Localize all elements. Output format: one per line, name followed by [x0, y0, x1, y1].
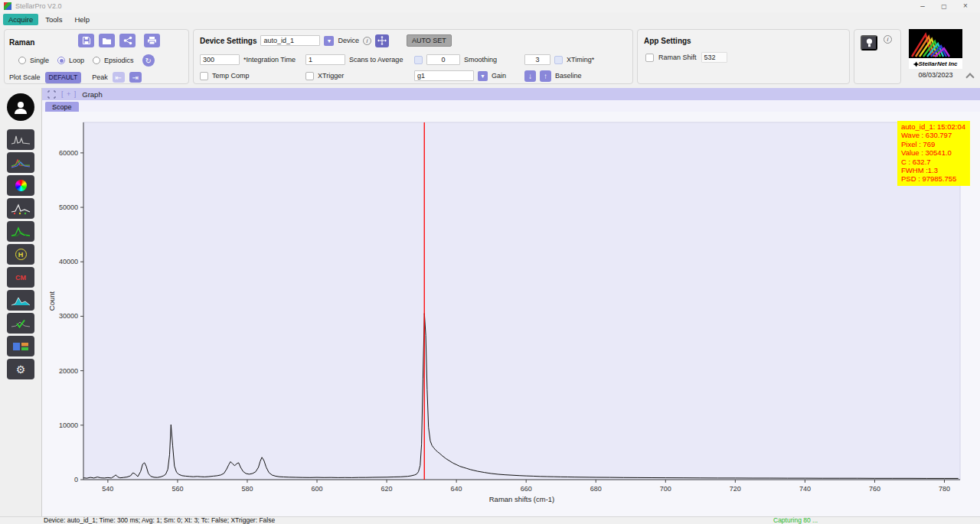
tooltip-line: Wave : 630.797: [901, 131, 965, 139]
device-id-combo[interactable]: auto_id_1: [260, 35, 320, 46]
toolbar-collapse-caret[interactable]: [965, 73, 974, 81]
xtiming-spinner[interactable]: [554, 56, 563, 64]
baseline-up-button[interactable]: [540, 70, 551, 82]
expand-icon[interactable]: [47, 90, 56, 99]
app-settings-title: App Settings: [644, 37, 691, 45]
move-crosshair-icon: [377, 36, 387, 45]
raman-shift-checkbox[interactable]: [645, 54, 654, 62]
calibration-check-button[interactable]: [7, 313, 34, 334]
integration-time-label: *Integration Time: [243, 56, 296, 63]
device-status-text: Device: auto_id_1; Time: 300 ms; Avg: 1;…: [44, 517, 275, 524]
spectrum-chart[interactable]: 5405605806006206406606807007207407607800…: [42, 112, 980, 516]
tooltip-line: C : 632.7: [901, 158, 965, 166]
menu-help[interactable]: Help: [69, 14, 95, 25]
settings-button[interactable]: ⚙: [7, 359, 34, 379]
episodic-capture-icon: [11, 203, 31, 215]
device-center-button[interactable]: [375, 34, 389, 47]
xtiming-label: XTiming*: [567, 56, 594, 63]
device-dropdown-arrow[interactable]: [324, 36, 334, 46]
share-icon: [123, 36, 132, 45]
minimize-button[interactable]: [912, 1, 933, 11]
app-settings-group: App Settings Raman Shift 532: [637, 29, 850, 84]
scans-to-average-input[interactable]: 1: [305, 54, 345, 65]
plot-scale-default-button[interactable]: DEFAULT: [45, 72, 82, 83]
tab-scope[interactable]: Scope: [45, 102, 79, 112]
irradiance-button[interactable]: [7, 221, 34, 242]
xtrigger-checkbox[interactable]: [305, 72, 314, 80]
xtiming-input[interactable]: 3: [524, 54, 550, 65]
spectra-view-button[interactable]: [7, 129, 34, 150]
save-button[interactable]: [78, 34, 94, 47]
radio-loop[interactable]: [57, 57, 65, 64]
svg-text:600: 600: [312, 485, 323, 493]
tooltip-line: FWHM :1.3: [901, 166, 965, 174]
app-icon: [4, 2, 11, 10]
hydrogen-icon: H: [15, 249, 27, 260]
menu-tools[interactable]: Tools: [40, 14, 67, 25]
gain-combo[interactable]: g1: [414, 70, 474, 81]
print-button[interactable]: [144, 34, 160, 47]
graph-header: [ + ] Graph: [42, 88, 980, 100]
gain-label: Gain: [492, 72, 506, 80]
temp-comp-label: Temp Comp: [212, 72, 250, 80]
episodic-capture-button[interactable]: [7, 198, 34, 219]
gain-dropdown-arrow[interactable]: [478, 71, 488, 81]
maximize-button[interactable]: [933, 1, 955, 11]
auto-set-button[interactable]: AUTO SET: [407, 34, 452, 47]
device-settings-group: Device Settings auto_id_1 Device AUTO SE…: [193, 29, 633, 84]
capturing-status-text: Capturing 80 ...: [773, 517, 818, 524]
radio-episodics[interactable]: [93, 57, 100, 64]
menu-acquire[interactable]: Acquire: [3, 14, 38, 25]
color-tools-button[interactable]: [7, 175, 34, 196]
svg-text:640: 640: [451, 485, 462, 493]
device-label: Device: [338, 37, 359, 44]
plot-scale-label: Plot Scale: [9, 73, 41, 81]
radio-single[interactable]: [18, 57, 26, 64]
close-button[interactable]: [955, 1, 976, 11]
title-bar: StellarPro V2.0: [0, 0, 980, 12]
peak-label: Peak: [92, 73, 108, 81]
temp-comp-checkbox[interactable]: [200, 72, 208, 80]
radio-single-label: Single: [30, 57, 49, 64]
radio-loop-label: Loop: [69, 57, 84, 64]
open-file-button[interactable]: [99, 34, 115, 47]
share-button[interactable]: [119, 34, 136, 47]
integration-time-input[interactable]: 300: [200, 54, 240, 65]
cm-units-button[interactable]: CM: [7, 267, 34, 288]
lamp-group: [854, 29, 901, 84]
svg-text:660: 660: [521, 485, 532, 493]
brand-name: StellarNet Inc: [918, 60, 958, 67]
smoothing-spinner[interactable]: [414, 56, 423, 64]
svg-text:760: 760: [869, 485, 880, 493]
device-info-icon[interactable]: [363, 37, 371, 45]
area-graph-button[interactable]: [7, 290, 34, 311]
continuous-loop-button[interactable]: [142, 54, 155, 67]
add-graph-button[interactable]: [ + ]: [61, 90, 77, 98]
raman-shift-value[interactable]: 532: [701, 52, 727, 63]
multi-spectra-button[interactable]: [7, 152, 34, 173]
hydrogen-lamp-button[interactable]: H: [7, 244, 34, 265]
peak-next-button[interactable]: [129, 72, 142, 83]
area-graph-icon: [11, 295, 31, 307]
svg-text:700: 700: [660, 485, 671, 493]
smoothing-label: Smoothing: [464, 56, 497, 63]
graph-panel: [ + ] Graph Scope 5405605806006206406606…: [41, 88, 980, 516]
device-settings-title: Device Settings: [200, 37, 256, 45]
brand-logo-block: StellarNet Inc 08/03/2023: [907, 29, 964, 88]
peak-prev-button[interactable]: [113, 72, 125, 83]
svg-text:20000: 20000: [59, 367, 78, 375]
svg-text:30000: 30000: [59, 312, 78, 320]
lamp-info-icon[interactable]: [884, 35, 892, 44]
svg-text:Raman shifts (cm-1): Raman shifts (cm-1): [489, 495, 555, 503]
smoothing-input[interactable]: 0: [426, 54, 460, 65]
user-avatar[interactable]: [7, 93, 34, 121]
svg-text:580: 580: [241, 485, 253, 493]
baseline-down-button[interactable]: [524, 70, 536, 82]
multi-spectra-icon: [11, 157, 31, 169]
svg-text:540: 540: [102, 485, 113, 493]
sidebar: H CM ⚙: [0, 88, 41, 516]
main-area: H CM ⚙ [ + ] Graph Scope 540560580600620…: [0, 88, 980, 516]
lamp-button[interactable]: [861, 35, 877, 50]
layout-button[interactable]: [7, 336, 34, 356]
cursor-readout-tooltip: auto_id_1: 15:02:04 Wave : 630.797 Pixel…: [897, 121, 970, 186]
